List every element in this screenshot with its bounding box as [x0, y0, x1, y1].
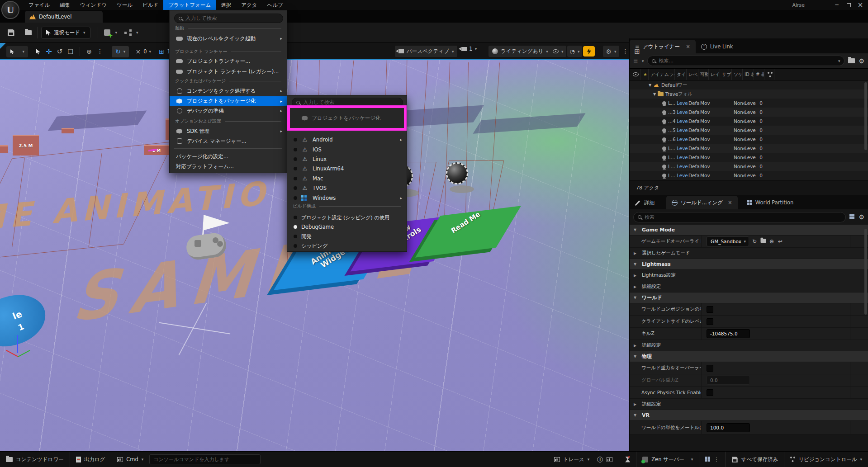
minimize-button[interactable]: ─	[831, 0, 843, 10]
show-flags-dropdown[interactable]: ▾	[550, 46, 566, 57]
menu-file[interactable]: ファイル	[24, 0, 55, 10]
menu-item-prepare-debug[interactable]: デバッグの準備 ▸	[170, 106, 287, 115]
cmd-dropdown[interactable]: Cmd ▾	[111, 452, 149, 467]
menu-window[interactable]: ウィンドウ	[75, 0, 112, 10]
column-mobility[interactable]: 可動	[698, 69, 709, 80]
select-mode-dropdown[interactable]: 選択モード ▾	[41, 27, 90, 39]
tab-world-settings[interactable]: ワールド...ィング ×	[666, 196, 738, 209]
tab-world-partition[interactable]: World Partition	[741, 196, 799, 209]
expander-icon[interactable]: ▼	[653, 92, 658, 96]
column-id-name[interactable]: ID 名	[743, 69, 754, 80]
menu-select[interactable]: 選択	[216, 0, 236, 10]
revision-control-dropdown[interactable]: リビジョンコントロール ▾	[784, 452, 868, 467]
details-settings-button[interactable]: ⚙	[859, 213, 864, 221]
expander-icon[interactable]: ▼	[649, 83, 653, 87]
menu-item-sdk-management[interactable]: SDK 管理 ▸	[170, 127, 287, 136]
content-drawer-button[interactable]: コンテンツドロワー	[0, 452, 70, 467]
details-search-input[interactable]: 検索	[633, 212, 846, 222]
menu-help[interactable]: ヘルプ	[262, 0, 288, 10]
menu-platforms[interactable]: プラットフォーム	[163, 0, 216, 10]
submenu-item-shipping[interactable]: シッピング	[287, 241, 407, 250]
chevron-down-icon[interactable]: ▾	[642, 59, 644, 63]
menu-actor[interactable]: アクタ	[236, 0, 262, 10]
rotate-tool-button[interactable]: ↺	[54, 46, 65, 57]
menu-item-cook-content[interactable]: コンテンツをクック処理する ▸	[170, 86, 287, 95]
type-link[interactable]: Leve	[677, 164, 688, 169]
menu-item-package-project[interactable]: プロジェクトをパッケージ化 ▸	[170, 96, 287, 106]
global-gravity-input[interactable]: 0.0	[707, 376, 750, 385]
menu-edit[interactable]: 編集	[55, 0, 75, 10]
column-sublevel[interactable]: サブ	[720, 69, 732, 80]
type-link[interactable]: Leve	[677, 146, 688, 151]
menu-item-project-launcher[interactable]: プロジェクトランチャー...	[170, 57, 287, 66]
background-tasks-button[interactable]	[619, 452, 636, 467]
submenu-item-linux[interactable]: ⚠ Linux	[287, 155, 407, 164]
outliner-row-folder[interactable]: ▼ Trave フォル	[630, 90, 868, 99]
menu-item-device-manager[interactable]: デバイス マネージャー...	[170, 137, 287, 146]
submenu-item-ios[interactable]: ⚠ IOS	[287, 145, 407, 154]
save-button[interactable]	[5, 27, 16, 38]
outliner-settings-button[interactable]: ⚙	[859, 57, 864, 65]
submenu-item-development[interactable]: 開発	[287, 232, 407, 241]
submenu-item-windows[interactable]: Windows ▸	[287, 193, 407, 203]
row-advanced-world[interactable]: ▶ 詳細設定	[630, 340, 868, 351]
unreal-logo-icon[interactable]: U	[1, 1, 19, 19]
reset-to-default-icon[interactable]: ↩	[777, 238, 783, 245]
cursor-tool-button[interactable]	[33, 46, 43, 57]
category-vr[interactable]: ▼ VR	[630, 410, 868, 421]
type-link[interactable]: Leve	[677, 100, 688, 106]
zen-server-dropdown[interactable]: Zen サーバー ▾	[636, 452, 699, 467]
outliner-row-actor[interactable]: L... Leve Defa Mov None Leve 0	[630, 144, 868, 153]
perspective-dropdown[interactable]: パースペクティブ ▾	[395, 46, 457, 57]
submenu-item-debuggame[interactable]: DebugGame	[287, 222, 407, 231]
column-type[interactable]: タイプ	[675, 69, 687, 80]
submenu-item-package-project-disabled[interactable]: プロジェクトをパッケージ化	[290, 115, 404, 122]
save-status-button[interactable]: すべて保存済み	[726, 452, 784, 467]
column-socket[interactable]: ソケッ	[732, 69, 743, 80]
menu-item-project-launcher-legacy[interactable]: プロジェクト ランチャー (レガシー)...	[170, 67, 287, 76]
viewport-settings-dropdown[interactable]: ⚙▾	[603, 46, 619, 57]
submenu-item-mac[interactable]: ⚠ Mac	[287, 174, 407, 183]
outliner-search-input[interactable]: 検索... ▾	[647, 56, 844, 66]
type-link[interactable]: Leve	[677, 155, 688, 160]
realtime-toggle-button[interactable]	[583, 46, 595, 57]
use-selected-icon[interactable]: ↻	[751, 238, 758, 245]
submenu-item-use-project-setting[interactable]: プロジェクト設定 (シッピング) の使用	[287, 213, 407, 222]
async-physics-checkbox[interactable]	[707, 389, 713, 396]
category-physics[interactable]: ▼ 物理	[630, 351, 868, 362]
menu-item-supported-platforms[interactable]: 対応プラットフォーム...	[170, 162, 287, 171]
menu-item-quick-launch[interactable]: 現在のレベルをクイック起動 ▸	[170, 34, 287, 43]
create-new-icon[interactable]: ⊕	[768, 238, 775, 245]
move-tool-button[interactable]: ✛	[43, 46, 54, 57]
outliner-row-world[interactable]: ▼ Defaultl ワー	[630, 80, 868, 90]
transform-more-button[interactable]: ⋮	[95, 46, 105, 57]
angle-snap-button[interactable]: ×	[133, 46, 143, 57]
display-options-icon[interactable]	[849, 214, 855, 220]
row-selected-game-mode[interactable]: ▶ 選択したゲームモード	[630, 248, 868, 259]
category-lightmass[interactable]: ▼ Lightmass	[630, 259, 868, 270]
outliner-row-actor[interactable]: L... Leve Defa Mov None Leve 0	[630, 162, 868, 171]
gamemode-override-combobox[interactable]: GM_Sandbox ▾	[707, 236, 749, 246]
derived-data-button[interactable]: ⋮	[699, 452, 725, 467]
maximize-viewport-button[interactable]: ⊞	[632, 46, 643, 57]
restore-button[interactable]	[843, 0, 854, 10]
new-folder-button[interactable]	[848, 58, 855, 63]
blueprints-button[interactable]	[123, 27, 133, 38]
insights-button[interactable]: ‖	[595, 452, 605, 467]
outliner-row-actor[interactable]: ...4 Leve Defa Mov None Leve 0	[630, 117, 868, 126]
outliner-row-actor[interactable]: L... Leve Defa Mov None Leve 0	[630, 99, 868, 108]
world-to-meters-input[interactable]: 100.0	[707, 423, 750, 432]
surface-snap-button[interactable]: ↻ ▾	[112, 46, 129, 57]
row-lightmass-settings[interactable]: ▶ Lightmass設定	[630, 270, 868, 281]
chevron-down-icon[interactable]: ▾	[115, 30, 118, 35]
world-composition-checkbox[interactable]	[707, 306, 713, 313]
submenu-item-android[interactable]: ⚠ Android ▸	[287, 135, 407, 144]
column-level[interactable]: レベル	[687, 69, 698, 80]
chevron-down-icon[interactable]: ▾	[136, 30, 138, 35]
content-browser-button[interactable]	[23, 27, 33, 38]
outliner-row-actor[interactable]: L... Leve Defa Mov None Leve 0	[630, 171, 868, 180]
close-icon[interactable]: ×	[686, 43, 690, 50]
viewport-more-button[interactable]: ⋮	[620, 46, 631, 57]
row-advanced-physics[interactable]: ▶ 詳細設定	[630, 399, 868, 410]
menu-search-input[interactable]: 入力して検索	[174, 14, 283, 23]
